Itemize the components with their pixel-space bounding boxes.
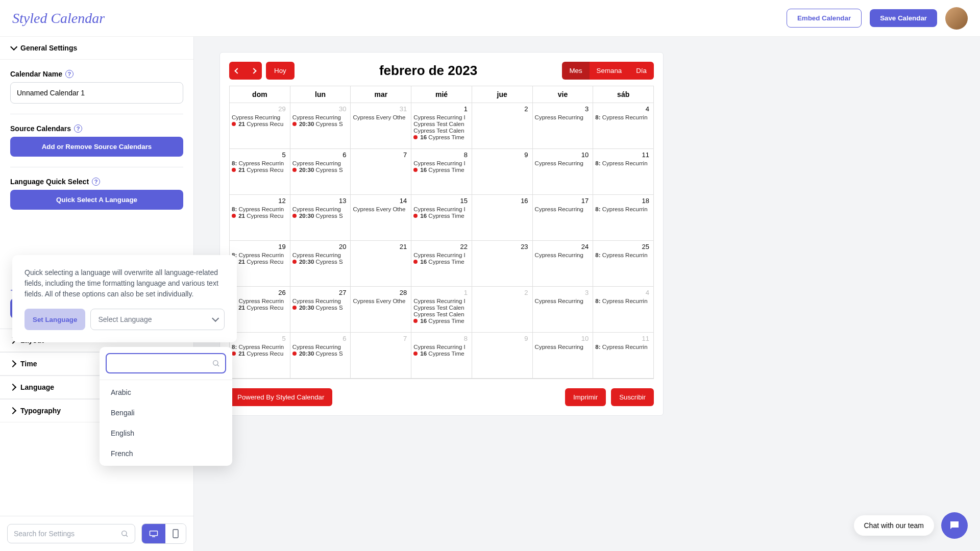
calendar-day-cell[interactable]: 6Cypress Recurring 20:30 Cypress S — [290, 149, 351, 195]
calendar-day-cell[interactable]: 17Cypress Recurring — [533, 195, 594, 241]
calendar-event[interactable]: 21 Cypress Recu — [232, 305, 288, 311]
calendar-day-cell[interactable]: 24Cypress Recurring — [533, 241, 594, 287]
calendar-event[interactable]: 20:30 Cypress S — [292, 213, 349, 219]
calendar-event[interactable]: 21 Cypress Recu — [232, 167, 288, 173]
calendar-event[interactable]: Cypress Recurring I — [413, 114, 470, 120]
calendar-event[interactable]: Cypress Recurring — [292, 206, 349, 212]
calendar-event[interactable]: 16 Cypress Time — [413, 213, 470, 219]
calendar-day-cell[interactable]: 7 — [351, 149, 411, 195]
today-button[interactable]: Hoy — [266, 62, 295, 80]
language-option[interactable]: Arabic — [100, 382, 232, 403]
calendar-day-cell[interactable]: 10Cypress Recurring — [533, 149, 594, 195]
calendar-event[interactable]: Cypress Every Othe — [353, 206, 409, 212]
calendar-event[interactable]: 21 Cypress Recu — [232, 259, 288, 265]
calendar-event[interactable]: Cypress Test Calen — [413, 128, 470, 134]
calendar-name-input[interactable] — [10, 82, 183, 104]
calendar-event[interactable]: Cypress Recurring — [232, 114, 288, 120]
calendar-event[interactable]: 20:30 Cypress S — [292, 259, 349, 265]
embed-calendar-button[interactable]: Embed Calendar — [787, 9, 862, 28]
next-month-button[interactable] — [246, 62, 262, 80]
save-calendar-button[interactable]: Save Calendar — [870, 9, 937, 27]
calendar-event[interactable]: Cypress Recurring — [535, 344, 591, 350]
general-settings-header[interactable]: General Settings — [0, 37, 193, 60]
calendar-day-cell[interactable]: 15Cypress Recurring I 16 Cypress Time — [411, 195, 472, 241]
help-icon[interactable]: ? — [92, 178, 100, 186]
calendar-event[interactable]: 20:30 Cypress S — [292, 167, 349, 173]
week-view-button[interactable]: Semana — [590, 62, 629, 80]
search-settings-input[interactable]: Search for Settings — [7, 524, 135, 543]
calendar-day-cell[interactable]: 1Cypress Recurring ICypress Test CalenCy… — [411, 287, 472, 333]
calendar-event[interactable]: Cypress Recurring — [535, 114, 591, 120]
calendar-day-cell[interactable]: 14Cypress Every Othe — [351, 195, 411, 241]
chat-fab-button[interactable] — [941, 512, 968, 539]
calendar-event[interactable]: Cypress Recurring I — [413, 252, 470, 258]
calendar-day-cell[interactable]: 31Cypress Every Othe — [351, 103, 411, 149]
add-remove-source-button[interactable]: Add or Remove Source Calendars — [10, 137, 183, 157]
calendar-day-cell[interactable]: 118: Cypress Recurrin — [593, 333, 653, 379]
prev-month-button[interactable] — [229, 62, 246, 80]
language-search-input[interactable] — [106, 353, 226, 373]
calendar-event[interactable]: Cypress Recurring I — [413, 298, 470, 304]
calendar-event[interactable]: 21 Cypress Recu — [232, 121, 288, 127]
language-option[interactable]: English — [100, 423, 232, 443]
language-option[interactable]: French — [100, 443, 232, 464]
language-select[interactable]: Select Language — [90, 309, 225, 330]
calendar-event[interactable]: Cypress Test Calen — [413, 311, 470, 317]
calendar-day-cell[interactable]: 118: Cypress Recurrin — [593, 149, 653, 195]
calendar-event[interactable]: 16 Cypress Time — [413, 134, 470, 140]
calendar-day-cell[interactable]: 128: Cypress Recurrin 21 Cypress Recu — [230, 195, 290, 241]
calendar-day-cell[interactable]: 258: Cypress Recurrin — [593, 241, 653, 287]
calendar-day-cell[interactable]: 268: Cypress Recurrin 21 Cypress Recu — [230, 287, 290, 333]
calendar-day-cell[interactable]: 2 — [472, 287, 533, 333]
calendar-event[interactable]: 8: Cypress Recurrin — [232, 298, 288, 304]
calendar-day-cell[interactable]: 9 — [472, 333, 533, 379]
calendar-day-cell[interactable]: 10Cypress Recurring — [533, 333, 594, 379]
calendar-day-cell[interactable]: 198: Cypress Recurrin 21 Cypress Recu — [230, 241, 290, 287]
calendar-event[interactable]: 8: Cypress Recurrin — [595, 298, 651, 304]
calendar-event[interactable]: Cypress Recurring — [292, 344, 349, 350]
calendar-day-cell[interactable]: 28Cypress Every Othe — [351, 287, 411, 333]
calendar-event[interactable]: Cypress Recurring I — [413, 206, 470, 212]
calendar-event[interactable]: 20:30 Cypress S — [292, 350, 349, 357]
calendar-event[interactable]: 8: Cypress Recurrin — [595, 206, 651, 212]
calendar-event[interactable]: Cypress Recurring — [292, 160, 349, 166]
calendar-event[interactable]: 20:30 Cypress S — [292, 121, 349, 127]
help-icon[interactable]: ? — [74, 124, 82, 133]
calendar-event[interactable]: 8: Cypress Recurrin — [595, 252, 651, 258]
calendar-day-cell[interactable]: 21 — [351, 241, 411, 287]
chat-label[interactable]: Chat with our team — [854, 515, 935, 536]
calendar-day-cell[interactable]: 30Cypress Recurring 20:30 Cypress S — [290, 103, 351, 149]
calendar-day-cell[interactable]: 1Cypress Recurring ICypress Test CalenCy… — [411, 103, 472, 149]
calendar-day-cell[interactable]: 6Cypress Recurring 20:30 Cypress S — [290, 333, 351, 379]
print-button[interactable]: Imprimir — [565, 388, 606, 406]
day-view-button[interactable]: Día — [629, 62, 654, 80]
calendar-event[interactable]: 8: Cypress Recurrin — [232, 160, 288, 166]
calendar-event[interactable]: 21 Cypress Recu — [232, 213, 288, 219]
calendar-event[interactable]: 21 Cypress Recu — [232, 350, 288, 357]
calendar-day-cell[interactable]: 48: Cypress Recurrin — [593, 103, 653, 149]
calendar-day-cell[interactable]: 20Cypress Recurring 20:30 Cypress S — [290, 241, 351, 287]
powered-by-button[interactable]: Powered By Styled Calendar — [229, 388, 332, 406]
calendar-event[interactable]: Cypress Recurring I — [413, 344, 470, 350]
calendar-day-cell[interactable]: 9 — [472, 149, 533, 195]
calendar-event[interactable]: 8: Cypress Recurrin — [232, 344, 288, 350]
calendar-event[interactable]: 16 Cypress Time — [413, 318, 470, 324]
calendar-event[interactable]: 20:30 Cypress S — [292, 305, 349, 311]
calendar-day-cell[interactable]: 188: Cypress Recurrin — [593, 195, 653, 241]
calendar-event[interactable]: 16 Cypress Time — [413, 167, 470, 173]
help-icon[interactable]: ? — [65, 70, 74, 78]
calendar-day-cell[interactable]: 16 — [472, 195, 533, 241]
language-option[interactable]: Bengali — [100, 403, 232, 423]
calendar-event[interactable]: Cypress Recurring I — [413, 160, 470, 166]
quick-select-language-button[interactable]: Quick Select A Language — [10, 190, 183, 210]
calendar-event[interactable]: 8: Cypress Recurrin — [595, 344, 651, 350]
calendar-event[interactable]: Cypress Recurring — [535, 160, 591, 166]
user-avatar[interactable] — [945, 7, 968, 30]
calendar-day-cell[interactable]: 58: Cypress Recurrin 21 Cypress Recu — [230, 333, 290, 379]
calendar-event[interactable]: Cypress Recurring — [292, 252, 349, 258]
calendar-day-cell[interactable]: 23 — [472, 241, 533, 287]
desktop-view-button[interactable] — [142, 524, 165, 543]
calendar-event[interactable]: Cypress Test Calen — [413, 305, 470, 311]
calendar-event[interactable]: Cypress Recurring — [535, 252, 591, 258]
calendar-event[interactable]: Cypress Every Othe — [353, 298, 409, 304]
